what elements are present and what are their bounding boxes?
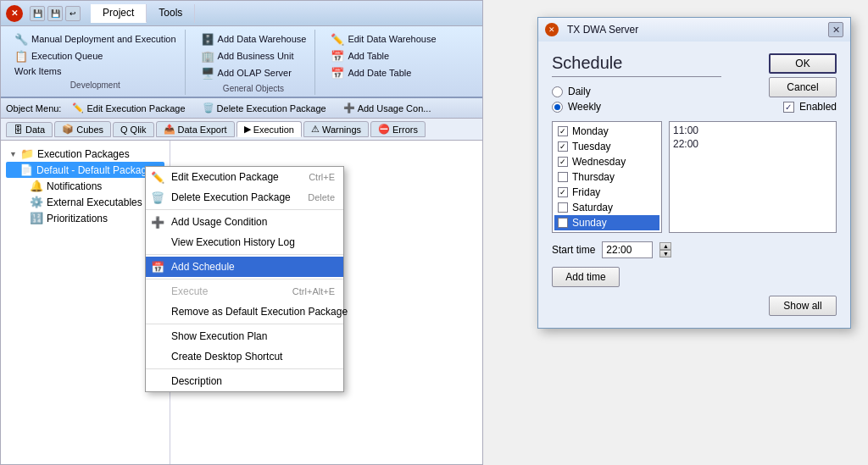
dialog-schedule-label: Schedule	[552, 53, 721, 77]
context-menu-item[interactable]: View Execution History Log	[146, 232, 343, 252]
day-item[interactable]: ✓Monday	[554, 124, 659, 139]
add-time-button[interactable]: Add time	[552, 267, 620, 287]
cancel-button[interactable]: Cancel	[769, 77, 837, 97]
context-menu-item-label: Create Desktop Shortcut	[171, 351, 282, 363]
context-menu-item-icon: 📅	[151, 260, 164, 274]
ribbon-group-edit: ✏️ Edit Data Warehouse 📅 Add Table 📅 Add…	[322, 30, 444, 95]
radio-daily[interactable]: Daily	[552, 86, 721, 97]
tab-qlik[interactable]: Q Qlik	[113, 122, 154, 137]
schedule-radio-group: Daily Weekly	[552, 86, 721, 113]
tree-item-external-exec[interactable]: ⚙️ External Executables	[6, 194, 164, 210]
close-button[interactable]: ✕	[6, 5, 23, 22]
tab-warnings[interactable]: ⚠ Warnings	[303, 121, 369, 137]
day-item[interactable]: Thursday	[554, 169, 659, 185]
context-menu-item[interactable]: ✏️Edit Execution PackageCtrl+E	[146, 167, 343, 187]
save2-icon[interactable]: 💾	[47, 6, 63, 21]
save-icon[interactable]: 💾	[30, 6, 45, 21]
day-item[interactable]: Saturday	[554, 200, 659, 215]
day-item[interactable]: ✓Wednesday	[554, 154, 659, 169]
show-all-button[interactable]: Show all	[769, 296, 837, 316]
times-list: 11:0022:00	[669, 121, 837, 233]
spin-up[interactable]: ▲	[659, 242, 671, 250]
tree-item-default[interactable]: 📄 Default - Default Package	[6, 162, 164, 178]
time-entry[interactable]: 22:00	[673, 137, 832, 151]
ribbon-work-items[interactable]: Work Items	[13, 65, 178, 77]
dialog-close-button[interactable]: ✕	[828, 22, 843, 37]
schedule-dialog: ✕ TX DWA Server ✕ Schedule Daily Weekly	[537, 17, 851, 329]
start-time-label: Start time	[552, 244, 595, 256]
edit-exec-icon: ✏️	[72, 102, 84, 113]
prio-icon: 🔢	[30, 212, 43, 224]
ribbon-manual-deploy[interactable]: 🔧 Manual Deployment and Execution	[13, 31, 178, 47]
tab-project[interactable]: Project	[91, 4, 147, 23]
context-menu-item[interactable]: Remove as Default Execution Package	[146, 302, 343, 322]
dialog-header-row: Schedule Daily Weekly OK Cancel	[552, 53, 837, 113]
day-item[interactable]: ✓Friday	[554, 185, 659, 200]
om-edit-exec[interactable]: ✏️ Edit Execution Package	[66, 100, 191, 116]
day-checkbox[interactable]: ✓	[558, 187, 568, 197]
spin-down[interactable]: ▼	[659, 250, 671, 257]
ribbon-add-bu[interactable]: 🏢 Add Business Unit	[199, 48, 309, 64]
toolbar-icons: 💾 💾 ↩	[30, 6, 81, 21]
tree-item-notifications[interactable]: 🔔 Notifications	[6, 178, 164, 194]
ribbon-add-olap[interactable]: 🖥️ Add OLAP Server	[199, 65, 309, 80]
ribbon-add-dw[interactable]: 🗄️ Add Data Warehouse	[199, 31, 309, 47]
time-entry[interactable]: 11:00	[673, 124, 832, 137]
date-table-icon: 📅	[331, 66, 344, 80]
days-list: ✓Monday✓Tuesday✓WednesdayThursday✓Friday…	[552, 121, 662, 233]
ribbon-add-date-table[interactable]: 📅 Add Date Table	[329, 65, 437, 80]
context-menu-item-icon: ➕	[151, 215, 164, 229]
ribbon-add-table[interactable]: 📅 Add Table	[329, 48, 437, 64]
ribbon-execution-queue[interactable]: 📋 Execution Queue	[13, 48, 178, 64]
day-checkbox[interactable]: ✓	[558, 126, 568, 136]
om-add-usage[interactable]: ➕ Add Usage Con...	[337, 100, 437, 116]
undo-icon[interactable]: ↩	[65, 6, 81, 21]
context-menu-item[interactable]: Description	[146, 371, 343, 391]
tab-cubes[interactable]: 📦 Cubes	[54, 121, 111, 137]
tab-tools[interactable]: Tools	[147, 4, 195, 23]
context-menu-separator	[146, 324, 343, 324]
day-checkbox[interactable]: ✓	[558, 218, 568, 228]
om-delete-exec[interactable]: 🗑️ Delete Execution Package	[197, 100, 332, 116]
context-menu-item[interactable]: Show Execution Plan	[146, 326, 343, 346]
day-label: Thursday	[572, 171, 615, 183]
edit-dw-icon: ✏️	[331, 32, 344, 46]
tab-execution[interactable]: ▶ Execution	[236, 121, 302, 137]
dw-icon: 🗄️	[201, 32, 214, 46]
ok-button[interactable]: OK	[769, 53, 837, 74]
context-menu-item[interactable]: 🗑️Delete Execution PackageDelete	[146, 187, 343, 208]
days-times-row: ✓Monday✓Tuesday✓WednesdayThursday✓Friday…	[552, 121, 837, 233]
day-checkbox[interactable]	[558, 172, 568, 182]
context-menu-item[interactable]: ➕Add Usage Condition	[146, 212, 343, 232]
tab-data[interactable]: 🗄 Data	[6, 122, 53, 137]
object-menu-label: Object Menu:	[6, 103, 61, 113]
context-menu-item[interactable]: Create Desktop Shortcut	[146, 346, 343, 367]
ribbon-edit-dw[interactable]: ✏️ Edit Data Warehouse	[329, 31, 437, 47]
start-time-input[interactable]	[602, 241, 653, 258]
pkg-folder-icon: 📁	[20, 147, 34, 160]
ribbon: 🔧 Manual Deployment and Execution 📋 Exec…	[1, 26, 482, 98]
tool-tabs: 🗄 Data 📦 Cubes Q Qlik 📤 Data Export ▶ Ex…	[1, 119, 482, 141]
tree-root[interactable]: ▼ 📁 Execution Packages	[6, 146, 164, 162]
tab-data-export[interactable]: 📤 Data Export	[156, 121, 235, 137]
day-item[interactable]: ✓Tuesday	[554, 139, 659, 154]
deploy-icon: 🔧	[14, 32, 28, 46]
object-menu-bar: Object Menu: ✏️ Edit Execution Package 🗑…	[1, 98, 482, 119]
context-menu-item[interactable]: 📅Add Schedule	[146, 257, 343, 277]
tree-item-prioritizations[interactable]: 🔢 Prioritizations	[6, 210, 164, 226]
day-checkbox[interactable]	[558, 202, 568, 213]
ext-icon: ⚙️	[30, 196, 43, 208]
day-label: Tuesday	[572, 141, 611, 152]
context-menu-item-label: Edit Execution Package	[171, 171, 279, 183]
radio-weekly[interactable]: Weekly	[552, 101, 721, 113]
day-label: Friday	[572, 186, 600, 198]
tree-item-label: Notifications	[47, 180, 102, 192]
day-checkbox[interactable]: ✓	[558, 157, 568, 167]
context-menu-separator	[146, 279, 343, 280]
enabled-checkbox[interactable]: ✓	[783, 102, 794, 113]
day-item[interactable]: ✓Sunday	[554, 215, 659, 230]
day-checkbox[interactable]: ✓	[558, 141, 568, 152]
olap-icon: 🖥️	[201, 66, 214, 80]
context-menu-item-label: Show Execution Plan	[171, 330, 267, 342]
tab-errors[interactable]: ⛔ Errors	[370, 121, 426, 137]
